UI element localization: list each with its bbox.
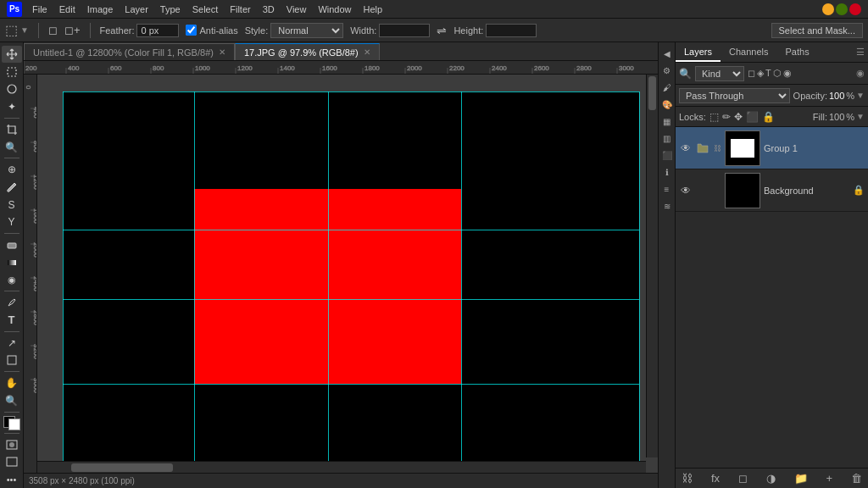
- opacity-arrow[interactable]: ▼: [856, 91, 865, 100]
- filter-shape-icon[interactable]: ⬡: [773, 68, 782, 79]
- menu-filter[interactable]: Filter: [225, 3, 255, 16]
- style-select[interactable]: NormalFixed RatioFixed Size: [270, 23, 343, 38]
- maximize-button[interactable]: [836, 3, 848, 15]
- panel-menu-icon[interactable]: ☰: [856, 47, 868, 58]
- menu-window[interactable]: Window: [313, 3, 356, 16]
- new-fill-button[interactable]: ◑: [764, 472, 778, 485]
- align-icon[interactable]: ≡: [659, 181, 675, 197]
- minimize-button[interactable]: [822, 3, 834, 15]
- brush-tool[interactable]: [2, 179, 22, 196]
- swatches-icon[interactable]: ▦: [659, 114, 675, 129]
- width-input[interactable]: [379, 24, 430, 37]
- menu-type[interactable]: Type: [155, 3, 186, 16]
- layers-tab[interactable]: Layers: [676, 43, 721, 62]
- close-button[interactable]: [849, 3, 861, 15]
- color-icon[interactable]: 🎨: [659, 97, 675, 112]
- color-picker[interactable]: [3, 416, 20, 430]
- folder-svg: [697, 143, 709, 153]
- new-layer-button[interactable]: +: [824, 472, 836, 485]
- background-color[interactable]: [8, 419, 20, 430]
- fill-value[interactable]: 100: [829, 112, 844, 122]
- shape-tool[interactable]: [2, 352, 22, 369]
- tab-17jpg[interactable]: 17.JPG @ 97.9% (RGB/8#) ✕: [235, 43, 380, 60]
- swap-icon[interactable]: ⇌: [437, 24, 447, 37]
- move-tool[interactable]: [2, 46, 22, 63]
- scrollbar-horizontal[interactable]: [37, 461, 646, 473]
- filter-pixel-icon[interactable]: ◻: [748, 68, 755, 79]
- tab-17jpg-close[interactable]: ✕: [364, 47, 370, 57]
- more-tools-button[interactable]: •••: [2, 471, 22, 488]
- tab-untitled-close[interactable]: ✕: [219, 47, 225, 57]
- scrollbar-thumb-h[interactable]: [71, 463, 173, 472]
- quick-mask-tool[interactable]: [2, 436, 22, 453]
- patterns-icon[interactable]: ⬛: [659, 147, 675, 163]
- link-layers-button[interactable]: ⛓: [679, 472, 695, 485]
- pen-tool[interactable]: [2, 294, 22, 311]
- menu-layer[interactable]: Layer: [120, 3, 153, 16]
- brush-settings-icon[interactable]: 🖌: [659, 80, 675, 95]
- layer-visibility-background[interactable]: 👁: [679, 184, 693, 197]
- lock-artboard-icon[interactable]: ⬛: [746, 111, 759, 123]
- menu-3d[interactable]: 3D: [258, 3, 280, 16]
- lasso-tool[interactable]: [2, 81, 22, 98]
- history-brush-tool[interactable]: Y: [2, 214, 22, 231]
- blend-mode-select[interactable]: Pass Through Normal Multiply Screen Over…: [679, 88, 790, 103]
- tool-options-icon[interactable]: ⚙: [659, 63, 675, 78]
- filter-type-icon[interactable]: T: [765, 68, 771, 79]
- hand-tool[interactable]: ✋: [2, 374, 22, 391]
- lock-transparent-icon[interactable]: ⬚: [709, 111, 719, 123]
- menu-file[interactable]: File: [27, 3, 53, 16]
- menu-select[interactable]: Select: [187, 3, 224, 16]
- antialias-checkbox[interactable]: [186, 25, 197, 36]
- clone-stamp-tool[interactable]: S: [2, 197, 22, 214]
- magic-wand-tool[interactable]: ✦: [2, 98, 22, 115]
- filter-smart-icon[interactable]: ◉: [783, 68, 792, 79]
- gradient-tool[interactable]: [2, 254, 22, 271]
- fill-arrow[interactable]: ▼: [856, 112, 865, 121]
- healing-brush-tool[interactable]: ⊕: [2, 161, 22, 178]
- paths-tab[interactable]: Paths: [777, 43, 818, 62]
- feather-input[interactable]: [136, 24, 179, 37]
- properties-icon[interactable]: ≋: [659, 198, 675, 214]
- crop-tool[interactable]: [2, 121, 22, 138]
- svg-rect-0: [8, 68, 16, 76]
- menu-edit[interactable]: Edit: [54, 3, 81, 16]
- filter-kind-select[interactable]: KindNameEffect: [695, 66, 744, 81]
- screen-mode-tool[interactable]: [2, 453, 22, 470]
- tool-arrow-icon: ▼: [20, 25, 29, 35]
- menu-image[interactable]: Image: [82, 3, 119, 16]
- select-mask-button[interactable]: Select and Mask...: [771, 23, 864, 38]
- svg-text:1600: 1600: [322, 64, 337, 72]
- menu-view[interactable]: View: [281, 3, 312, 16]
- channels-tab[interactable]: Channels: [721, 43, 776, 62]
- layer-item-background[interactable]: 👁 Background 🔒: [676, 169, 868, 212]
- new-group-button[interactable]: 📁: [792, 472, 810, 485]
- tab-untitled[interactable]: Untitled-1 @ 12800% (Color Fill 1, RGB/8…: [24, 43, 235, 60]
- scrollbar-vertical[interactable]: [646, 75, 658, 458]
- blur-tool[interactable]: ◉: [2, 272, 22, 289]
- path-selection-tool[interactable]: ↗: [2, 335, 22, 352]
- filter-toggle[interactable]: ◉: [856, 68, 865, 79]
- collapse-panel-button[interactable]: ◀: [659, 46, 675, 61]
- zoom-tool[interactable]: 🔍: [2, 392, 22, 409]
- menu-help[interactable]: Help: [359, 3, 388, 16]
- lock-position-icon[interactable]: ✥: [734, 111, 743, 123]
- eyedropper-tool[interactable]: 🔍: [2, 139, 22, 156]
- add-style-button[interactable]: fx: [709, 472, 722, 485]
- height-input[interactable]: [486, 24, 537, 37]
- filter-adjust-icon[interactable]: ◈: [757, 68, 764, 79]
- opacity-value[interactable]: 100: [829, 91, 844, 101]
- delete-layer-button[interactable]: 🗑: [849, 472, 865, 485]
- add-mask-button[interactable]: ◻: [736, 472, 750, 485]
- window-controls: [822, 3, 861, 15]
- type-tool[interactable]: T: [2, 312, 22, 329]
- eraser-tool[interactable]: [2, 236, 22, 253]
- layer-item-group1[interactable]: 👁 ⛓ Group 1: [676, 127, 868, 169]
- scrollbar-thumb-v[interactable]: [648, 76, 656, 110]
- layer-visibility-group1[interactable]: 👁: [679, 141, 693, 155]
- lock-all-icon[interactable]: 🔒: [762, 111, 775, 123]
- gradients-icon[interactable]: ▥: [659, 130, 675, 146]
- marquee-tool[interactable]: [2, 64, 22, 80]
- lock-image-icon[interactable]: ✏: [722, 111, 731, 123]
- info-icon[interactable]: ℹ: [659, 164, 675, 180]
